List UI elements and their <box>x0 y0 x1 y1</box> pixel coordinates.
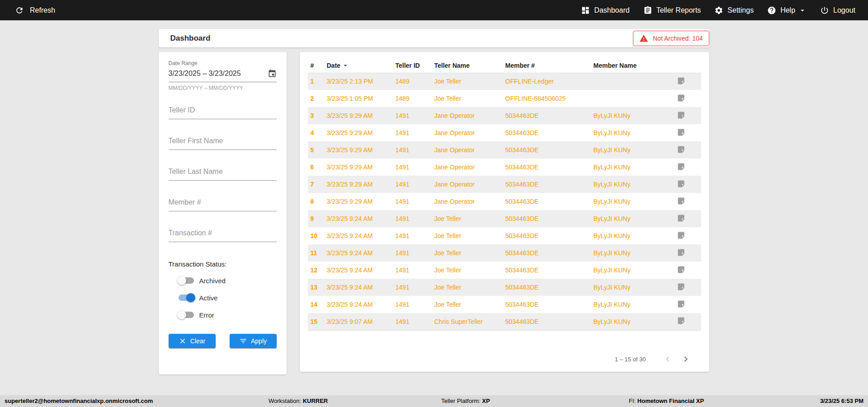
teller-name-cell: Chris SuperTeller <box>432 313 503 330</box>
note-icon[interactable] <box>677 282 686 291</box>
teller-first-name-input[interactable] <box>169 135 277 150</box>
member-number-cell: 5034463DE <box>503 313 591 330</box>
nav-item-label: Dashboard <box>594 6 629 14</box>
note-cell <box>659 176 701 193</box>
table-row[interactable]: 143/23/25 9:24 AM1491Joe Teller5034463DE… <box>308 296 701 313</box>
note-icon[interactable] <box>677 179 686 188</box>
refresh-button[interactable]: Refresh <box>15 6 55 15</box>
note-icon[interactable] <box>677 128 686 137</box>
note-icon[interactable] <box>677 111 686 120</box>
date-cell: 3/23/25 9:24 AM <box>324 227 393 244</box>
date-cell: 3/23/25 9:29 AM <box>324 107 393 124</box>
not-archived-badge[interactable]: Not Archived: 104 <box>633 31 709 46</box>
note-cell <box>659 279 701 296</box>
note-icon[interactable] <box>677 145 686 154</box>
member-number-input[interactable] <box>169 196 277 211</box>
member-number-cell: 5034463DE <box>503 296 591 313</box>
teller-name-cell: Joe Teller <box>432 227 503 244</box>
row-number-cell: 10 <box>308 227 324 244</box>
footer-workstation: Workstation: KURRER <box>269 395 328 407</box>
next-page-button[interactable] <box>677 354 695 365</box>
transaction-number-input[interactable] <box>169 227 277 242</box>
toggle-label-error: Error <box>199 311 214 319</box>
teller-last-name-input[interactable] <box>169 166 277 181</box>
teller-name-cell: Joe Teller <box>432 244 503 262</box>
toggle-archived[interactable] <box>179 277 194 284</box>
teller-id-cell: 1491 <box>393 313 432 330</box>
topbar: Refresh DashboardTeller ReportsSettingsH… <box>0 0 868 20</box>
note-icon[interactable] <box>677 248 686 257</box>
table-body: 13/23/25 2:13 PM1489Joe TellerOFFLINE-Le… <box>308 73 701 330</box>
note-icon[interactable] <box>677 76 686 85</box>
nav-item-teller-reports[interactable]: Teller Reports <box>643 6 701 15</box>
teller-name-cell: Jane Operator <box>432 124 503 141</box>
table-row[interactable]: 13/23/25 2:13 PM1489Joe TellerOFFLINE-Le… <box>308 73 701 90</box>
teller-id-input[interactable] <box>169 104 277 119</box>
note-cell <box>659 73 701 90</box>
table-row[interactable]: 103/23/25 9:24 AM1491Joe Teller5034463DE… <box>308 227 701 244</box>
note-cell <box>659 244 701 262</box>
transactions-table: # Date Teller ID Teller Name Member # <box>308 58 701 331</box>
teller-id-cell: 1489 <box>393 90 432 107</box>
note-icon[interactable] <box>677 94 686 103</box>
dashboard-icon <box>581 6 590 15</box>
member-number-cell: 5034463DE <box>503 141 591 159</box>
note-cell <box>659 90 701 107</box>
row-number-cell: 14 <box>308 296 324 313</box>
note-icon[interactable] <box>677 162 686 171</box>
table-row[interactable]: 113/23/25 9:24 AM1491Joe Teller5034463DE… <box>308 244 701 262</box>
table-row[interactable]: 63/23/25 9:29 AM1491Jane Operator5034463… <box>308 159 701 176</box>
table-row[interactable]: 43/23/25 9:29 AM1491Jane Operator5034463… <box>308 124 701 141</box>
note-icon[interactable] <box>677 214 686 223</box>
help-icon <box>767 6 776 15</box>
toggle-error[interactable] <box>179 312 194 318</box>
row-number-cell: 6 <box>308 159 324 176</box>
date-cell: 3/23/25 9:29 AM <box>324 193 393 210</box>
table-row[interactable]: 93/23/25 9:24 AM1491Joe Teller5034463DEB… <box>308 210 701 227</box>
member-name-cell: ByLyJI KUNy <box>591 313 659 330</box>
teller-name-cell: Jane Operator <box>432 159 503 176</box>
nav-item-settings[interactable]: Settings <box>714 6 754 15</box>
date-range-value: 3/23/2025 – 3/23/2025 <box>169 70 241 78</box>
note-icon[interactable] <box>677 265 686 274</box>
date-range-field[interactable]: Date Range 3/23/2025 – 3/23/2025 MM/DD/Y… <box>169 60 277 91</box>
nav-item-logout[interactable]: Logout <box>820 6 855 15</box>
prev-page-button[interactable] <box>659 354 677 365</box>
note-icon[interactable] <box>677 231 686 240</box>
apply-button[interactable]: Apply <box>230 334 277 348</box>
table-row[interactable]: 23/23/25 1:05 PM1489Joe TellerOFFLINE-68… <box>308 90 701 107</box>
date-cell: 3/23/25 9:24 AM <box>324 279 393 296</box>
member-number-cell: 5034463DE <box>503 193 591 210</box>
table-row[interactable]: 83/23/25 9:29 AM1491Jane Operator5034463… <box>308 193 701 210</box>
table-row[interactable]: 153/23/25 9:07 AM1491Chris SuperTeller50… <box>308 313 701 330</box>
table-row[interactable]: 33/23/25 9:29 AM1491Jane Operator5034463… <box>308 107 701 124</box>
calendar-icon[interactable] <box>268 69 277 78</box>
table-row[interactable]: 123/23/25 9:24 AM1491Joe Teller5034463DE… <box>308 262 701 279</box>
warning-icon <box>639 34 648 43</box>
teller-name-cell: Jane Operator <box>432 176 503 193</box>
table-row[interactable]: 53/23/25 9:29 AM1491Jane Operator5034463… <box>308 141 701 159</box>
col-header-date[interactable]: Date <box>324 58 393 73</box>
teller-id-cell: 1491 <box>393 279 432 296</box>
note-icon[interactable] <box>677 299 686 309</box>
member-number-cell: OFFLINE-Ledger <box>503 73 591 90</box>
toggle-active[interactable] <box>179 295 194 301</box>
toggle-row-archived: Archived <box>179 275 277 286</box>
table-row[interactable]: 73/23/25 9:29 AM1491Jane Operator5034463… <box>308 176 701 193</box>
clear-button[interactable]: Clear <box>169 334 216 348</box>
nav-item-help[interactable]: Help <box>767 6 807 15</box>
topbar-right: DashboardTeller ReportsSettingsHelpLogou… <box>581 6 855 15</box>
nav-item-dashboard[interactable]: Dashboard <box>581 6 629 15</box>
footer-user-email: superteller2@hometownfinancialxp.onmicro… <box>5 395 153 407</box>
table-row[interactable]: 133/23/25 9:24 AM1491Joe Teller5034463DE… <box>308 279 701 296</box>
reports-icon <box>643 6 652 15</box>
teller-id-cell: 1491 <box>393 107 432 124</box>
member-name-cell <box>591 90 659 107</box>
note-icon[interactable] <box>677 316 686 325</box>
date-cell: 3/23/25 9:24 AM <box>324 296 393 313</box>
toggle-label-archived: Archived <box>199 277 226 285</box>
note-icon[interactable] <box>677 196 686 206</box>
table-header-row: # Date Teller ID Teller Name Member # <box>308 58 701 73</box>
chevron-down-icon <box>798 6 807 14</box>
transaction-status-label: Transaction Status: <box>169 260 277 268</box>
